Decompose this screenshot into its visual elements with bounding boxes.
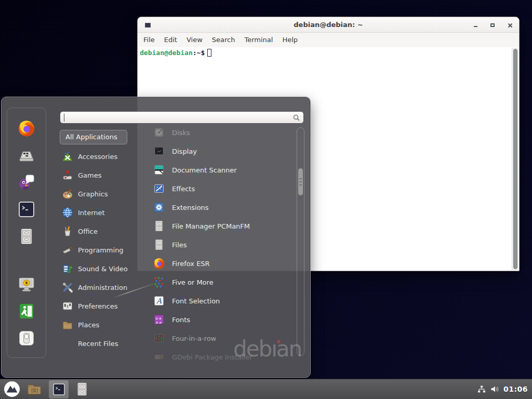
favorite-logout-button[interactable] (13, 298, 40, 325)
favorite-file-cabinet-button[interactable] (13, 223, 40, 250)
favorite-shutdown-button[interactable] (13, 325, 40, 352)
category-label: Administration (78, 284, 127, 291)
clock[interactable]: 01:06 (503, 385, 528, 393)
taskbar-file-cabinet-button[interactable] (74, 381, 90, 397)
extensions-icon (153, 201, 165, 214)
app-fonts[interactable]: a aa aFonts (148, 310, 295, 329)
favorites-panel (7, 108, 46, 358)
menu-item-view[interactable]: View (182, 33, 207, 47)
category-label: Accessories (78, 153, 117, 161)
taskbar: [D] 01:06 (0, 379, 532, 399)
category-accessories[interactable]: Accessories (60, 147, 146, 166)
category-label: Graphics (78, 190, 108, 198)
taskbar-terminal-button[interactable] (49, 380, 69, 398)
close-button[interactable] (507, 22, 513, 28)
application-list: DisksDisplayDocument ScannerEffectsExten… (148, 123, 295, 366)
favorite-firefox-button[interactable] (13, 115, 40, 142)
category-office[interactable]: Office (60, 222, 146, 241)
accessories-icon (62, 151, 73, 162)
category-recent-files[interactable]: Recent Files (60, 334, 146, 353)
favorite-keyboard-button[interactable] (13, 142, 40, 169)
minimize-icon (474, 26, 477, 27)
category-label: Games (78, 171, 101, 179)
category-label: Places (78, 321, 99, 329)
svg-text:[D]: [D] (31, 388, 38, 393)
app-files[interactable]: Files (148, 235, 295, 254)
category-label: Sound & Video (78, 265, 128, 273)
category-label: Office (78, 228, 98, 235)
terminal-scrollbar-thumb[interactable] (513, 49, 517, 269)
search-input[interactable] (63, 113, 287, 122)
maximize-button[interactable] (489, 22, 496, 28)
app-label: File Manager PCManFM (172, 222, 250, 230)
menu-item-help[interactable]: Help (277, 33, 302, 47)
terminal-cursor (207, 49, 211, 57)
favorite-lock-screen-button[interactable] (13, 271, 40, 298)
menu-scrollbar-thumb[interactable] (298, 168, 303, 195)
tray-network-button[interactable] (477, 385, 486, 393)
svg-text:a a: a a (155, 320, 162, 325)
logout-icon (17, 302, 36, 321)
no-icon (62, 338, 73, 349)
app-label: Fonts (172, 316, 190, 324)
app-extensions[interactable]: Extensions (148, 198, 295, 217)
app-gdebi-package-installer[interactable]: GDebi Package Installer (148, 348, 295, 366)
app-display[interactable]: Display (148, 142, 295, 161)
terminal-icon (17, 200, 36, 219)
app-five-or-more[interactable]: Five or More (148, 273, 295, 291)
app-label: Font Selection (172, 297, 220, 305)
tray-volume-button[interactable] (490, 385, 499, 393)
menu-button[interactable] (3, 380, 21, 398)
app-font-selection[interactable]: AFont Selection (148, 291, 295, 310)
file-cabinet-icon (74, 381, 90, 397)
app-label: Firefox ESR (172, 260, 210, 268)
internet-icon (62, 207, 73, 218)
pidgin-icon (17, 173, 36, 192)
category-internet[interactable]: Internet (60, 203, 146, 222)
app-label: Document Scanner (172, 166, 237, 174)
category-label: Programming (78, 246, 124, 254)
menu-scrollbar[interactable] (297, 127, 304, 356)
terminal-titlebar[interactable]: debian@debian: ~ (138, 17, 519, 33)
menu-item-file[interactable]: File (139, 33, 159, 47)
app-file-manager-pcmanfm[interactable]: File Manager PCManFM (148, 217, 295, 235)
category-programming[interactable]: Programming (60, 241, 146, 259)
prompt-suffix: :~$ (193, 49, 205, 57)
category-label: Internet (78, 209, 105, 217)
app-document-scanner[interactable]: Document Scanner (148, 161, 295, 179)
menu-item-edit[interactable]: Edit (159, 33, 182, 47)
favorite-terminal-button[interactable] (13, 196, 40, 223)
app-firefox-esr[interactable]: Firefox ESR (148, 254, 295, 273)
app-label: GDebi Package Installer (172, 353, 252, 361)
category-places[interactable]: Places (60, 315, 146, 334)
file-cabinet-icon (153, 220, 165, 232)
search-icon (293, 114, 300, 121)
four-in-a-row-icon (153, 332, 165, 344)
shutdown-icon (17, 329, 36, 348)
games-icon (62, 169, 73, 181)
menu-item-terminal[interactable]: Terminal (240, 33, 277, 47)
font-selection-icon: A (153, 295, 165, 307)
category-preferences[interactable]: Preferences (60, 297, 146, 315)
favorite-pidgin-button[interactable] (13, 169, 40, 196)
programming-icon (62, 244, 73, 256)
terminal-scrollbar[interactable] (512, 48, 518, 270)
category-games[interactable]: Games (60, 166, 146, 184)
preferences-icon (62, 300, 73, 312)
app-four-in-a-row[interactable]: Four-in-a-row (148, 329, 295, 348)
category-sound-video[interactable]: Sound & Video (60, 259, 146, 278)
category-administration[interactable]: Administration (60, 278, 146, 297)
category-graphics[interactable]: Graphics (60, 184, 146, 203)
search-box[interactable] (60, 111, 304, 124)
file-cabinet-icon (153, 238, 165, 251)
fonts-icon: a aa a (153, 313, 165, 326)
minimize-button[interactable] (472, 22, 478, 28)
menu-item-search[interactable]: Search (207, 33, 240, 47)
category-all-applications[interactable]: All Applications (60, 130, 127, 144)
app-disks[interactable]: Disks (148, 123, 295, 142)
app-effects[interactable]: Effects (148, 179, 295, 198)
document-scanner-icon (153, 164, 165, 176)
svg-text:A: A (156, 297, 162, 305)
taskbar-folder-button[interactable]: [D] (26, 381, 43, 397)
close-icon (508, 23, 512, 28)
